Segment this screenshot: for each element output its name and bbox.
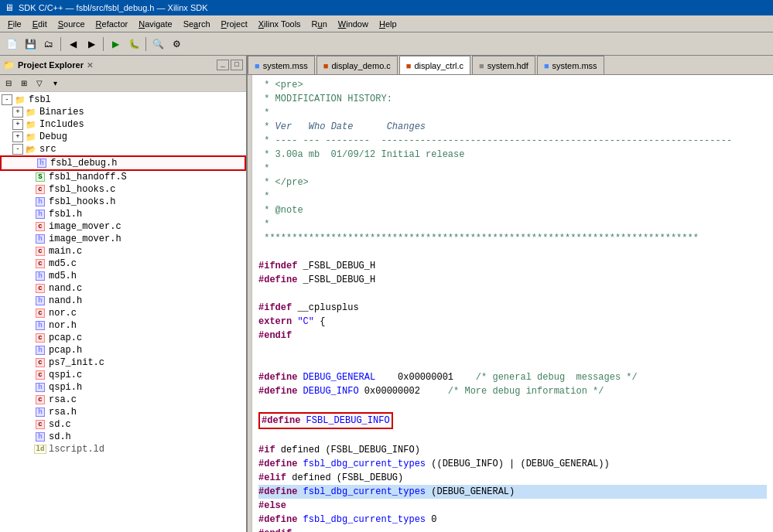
tree-label-imgmov-h: image_mover.h	[49, 234, 121, 244]
tree-item-rsa-c[interactable]: c rsa.c	[0, 394, 246, 406]
tree-item-md5-c[interactable]: c md5.c	[0, 257, 246, 270]
toolbar-search[interactable]: 🔍	[149, 36, 166, 53]
tree-item-sd-h[interactable]: h sd.h	[0, 431, 246, 443]
tab-system-hdf[interactable]: ■ system.hdf	[472, 56, 535, 74]
tree-item-debug[interactable]: + 📁 Debug	[0, 131, 246, 143]
tree-item-image-mover-h[interactable]: h image_mover.h	[0, 233, 246, 245]
tree-expand-includes[interactable]: +	[12, 119, 23, 130]
tab-display-demo[interactable]: ■ display_demo.c	[316, 56, 398, 74]
code-line-dbg-types-3: #define fsbl_dbg_current_types 0	[258, 513, 767, 527]
tree-item-qspi-h[interactable]: h qspi.h	[0, 381, 246, 394]
icon-h-qspi: h	[34, 382, 46, 393]
tree-item-ps7-init[interactable]: c ps7_init.c	[0, 356, 246, 369]
toolbar-debug[interactable]: 🐛	[125, 36, 142, 53]
menu-edit[interactable]: Edit	[28, 18, 52, 30]
tree-label-rsa-h: rsa.h	[49, 407, 77, 418]
tree-label-rsa-c: rsa.c	[49, 394, 77, 405]
sidebar-header-controls[interactable]: _ □	[217, 60, 243, 70]
content-area: ⊟ ⊞ ▽ ▾ - 📁 fsbl + 📁 Binaries	[0, 75, 773, 532]
title-text: SDK C/C++ — fsbl/src/fsbl_debug.h — Xili…	[19, 3, 208, 12]
tree-item-fsbl-hooks-h[interactable]: h fsbl_hooks.h	[0, 196, 246, 208]
tree-item-nand-c[interactable]: c nand.c	[0, 282, 246, 295]
tree-item-nor-h[interactable]: h nor.h	[0, 319, 246, 332]
tree-item-fsbl-hooks-c[interactable]: c fsbl_hooks.c	[0, 183, 246, 196]
tree-item-lscript[interactable]: ld lscript.ld	[0, 443, 246, 455]
menu-file[interactable]: File	[3, 18, 26, 30]
tab-icon-1: ■	[255, 61, 260, 70]
tree-expand-fsbl[interactable]: -	[2, 94, 12, 105]
tree-item-includes[interactable]: + 📁 Includes	[0, 118, 246, 131]
tab-icon-3: ■	[406, 61, 412, 70]
icon-c-imgmov: c	[34, 221, 46, 232]
tree-item-pcap-c[interactable]: c pcap.c	[0, 332, 246, 344]
icon-c-main: c	[34, 246, 46, 257]
tree-expand-src[interactable]: -	[12, 144, 23, 155]
tab-system-mss-1[interactable]: ■ system.mss	[248, 56, 315, 74]
title-bar: 🖥 SDK C/C++ — fsbl/src/fsbl_debug.h — Xi…	[0, 0, 773, 15]
tab-system-mss-2[interactable]: ■ system.mss	[537, 56, 604, 74]
tree-item-sd-c[interactable]: c sd.c	[0, 418, 246, 431]
icon-h-pcap: h	[34, 345, 46, 356]
sidebar-filter[interactable]: ▽	[32, 77, 46, 90]
icon-h-nand: h	[34, 295, 46, 306]
menu-navigate[interactable]: Navigate	[134, 18, 176, 30]
code-line-empty-3	[258, 343, 767, 356]
tree-item-rsa-h[interactable]: h rsa.h	[0, 406, 246, 418]
code-line-1: * <pre>	[258, 78, 767, 92]
code-line-5: * ---- --- -------- --------------------…	[258, 134, 767, 148]
tree-item-qspi-c[interactable]: c qspi.c	[0, 369, 246, 381]
menu-source[interactable]: Source	[53, 18, 90, 30]
toolbar-run[interactable]: ▶	[107, 36, 124, 53]
code-line-fsbl-debug-info: #define FSBL_DEBUG_INFO	[258, 412, 393, 429]
tree-item-main-c[interactable]: c main.c	[0, 245, 246, 257]
tree-item-md5-h[interactable]: h md5.h	[0, 270, 246, 282]
code-line-dbg-types-2: #define fsbl_dbg_current_types (DEBUG_GE…	[258, 485, 767, 499]
tree-item-image-mover-c[interactable]: c image_mover.c	[0, 220, 246, 233]
menu-search[interactable]: Search	[179, 18, 215, 30]
code-line-empty-5	[258, 398, 767, 412]
code-line-debug-general: #define DEBUG_GENERAL 0x00000001 /* gene…	[258, 370, 767, 384]
tree-label-md5-c: md5.c	[49, 258, 77, 269]
tree-item-binaries[interactable]: + 📁 Binaries	[0, 106, 246, 118]
minimize-btn[interactable]: _	[217, 60, 229, 70]
toolbar-forward[interactable]: ▶	[83, 36, 100, 53]
toolbar-sep-2	[103, 37, 104, 51]
tree-label-nand-c: nand.c	[49, 283, 82, 294]
sidebar-link-editor[interactable]: ⊞	[17, 77, 31, 90]
tree-expand-debug[interactable]: +	[12, 131, 23, 142]
tree-item-fsbl-h[interactable]: h fsbl.h	[0, 208, 246, 220]
sidebar-toolbar: ⊟ ⊞ ▽ ▾	[0, 75, 246, 92]
toolbar-save[interactable]: 💾	[22, 36, 39, 53]
toolbar-back[interactable]: ◀	[64, 36, 81, 53]
tree-item-pcap-h[interactable]: h pcap.h	[0, 344, 246, 356]
tree-item-src[interactable]: - 📂 src	[0, 143, 246, 155]
maximize-btn[interactable]: □	[231, 60, 243, 70]
menu-xilinx-tools[interactable]: Xilinx Tools	[254, 18, 306, 30]
toolbar-sep-1	[60, 37, 61, 51]
icon-h-fsbl-debug: h	[36, 158, 48, 169]
sidebar-menu[interactable]: ▾	[48, 77, 62, 90]
tree-item-fsbl-handoff[interactable]: S fsbl_handoff.S	[0, 171, 246, 183]
project-tree[interactable]: - 📁 fsbl + 📁 Binaries + 📁 Includes	[0, 92, 246, 532]
tree-item-fsbl-debug-h[interactable]: h fsbl_debug.h	[0, 155, 246, 171]
menu-project[interactable]: Project	[217, 18, 252, 30]
menu-refactor[interactable]: Refactor	[91, 18, 133, 30]
tree-item-nor-c[interactable]: c nor.c	[0, 307, 246, 319]
tree-label-md5-h: md5.h	[49, 271, 77, 281]
tree-root-fsbl[interactable]: - 📁 fsbl	[0, 94, 246, 106]
icon-s-handoff: S	[34, 172, 46, 182]
editor-pane: * <pre> * MODIFICATION HISTORY: * * Ver …	[248, 75, 773, 532]
sidebar-collapse-all[interactable]: ⊟	[2, 77, 15, 90]
menu-help[interactable]: Help	[375, 18, 402, 30]
code-line-define-guard: #define _FSBL_DEBUG_H	[258, 273, 767, 287]
tree-item-nand-h[interactable]: h nand.h	[0, 295, 246, 307]
code-editor[interactable]: * <pre> * MODIFICATION HISTORY: * * Ver …	[252, 75, 773, 532]
menu-window[interactable]: Window	[333, 18, 373, 30]
code-line-empty-2	[258, 287, 767, 301]
toolbar-new[interactable]: 📄	[3, 36, 20, 53]
tree-expand-binaries[interactable]: +	[12, 107, 23, 118]
toolbar-settings[interactable]: ⚙	[168, 36, 185, 53]
toolbar-save-all[interactable]: 🗂	[40, 36, 57, 53]
menu-run[interactable]: Run	[307, 18, 332, 30]
tab-display-ctrl[interactable]: ■ display_ctrl.c	[399, 56, 470, 74]
